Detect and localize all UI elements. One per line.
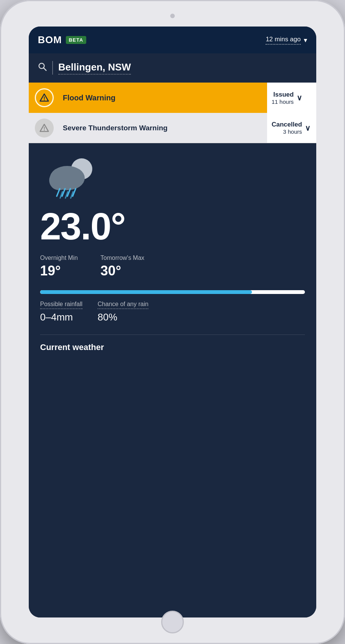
header-chevron-icon: ▾: [304, 36, 307, 44]
flood-icon-wrap: !: [29, 83, 60, 113]
flood-warning-icon-circle: !: [35, 88, 54, 107]
tomorrows-max-value: 30°: [101, 263, 145, 279]
section-divider: [40, 335, 305, 335]
flood-warning-banner[interactable]: ! Flood Warning Issued 11 hours ∨: [29, 83, 316, 113]
rainfall-bar-background: [40, 290, 305, 294]
tomorrows-max-label: Tomorrow's Max: [101, 255, 145, 261]
home-button[interactable]: [161, 611, 184, 633]
phone-screen: BOM BETA 12 mins ago ▾ Bellingen, NSW: [29, 27, 316, 617]
storm-status-text: Cancelled 3 hours: [272, 121, 302, 135]
flood-warning-label: Flood Warning: [60, 83, 267, 113]
overnight-min-value: 19°: [40, 263, 78, 279]
device-frame: BOM BETA 12 mins ago ▾ Bellingen, NSW: [0, 0, 345, 644]
beta-badge: BETA: [66, 36, 86, 44]
flood-warning-status[interactable]: Issued 11 hours ∨: [267, 83, 316, 113]
svg-point-10: [58, 167, 73, 182]
storm-status-title: Cancelled: [272, 121, 302, 128]
flood-status-text: Issued 11 hours: [272, 91, 294, 105]
chance-rain-label: Chance of any rain: [98, 301, 148, 309]
chance-rain-item: Chance of any rain 80%: [98, 301, 148, 323]
current-temperature: 23.0°: [40, 205, 305, 247]
rainfall-details: Possible rainfall 0–4mm Chance of any ra…: [40, 301, 305, 323]
location-text: Bellingen, NSW: [58, 61, 131, 75]
warnings-section: ! Flood Warning Issued 11 hours ∨: [29, 83, 316, 143]
storm-warning-label: Severe Thunderstorm Warning: [60, 113, 267, 143]
storm-status-subtitle: 3 hours: [272, 128, 302, 135]
rainfall-bar-fill: [40, 290, 252, 294]
storm-warning-banner[interactable]: ! Severe Thunderstorm Warning Cancelled …: [29, 113, 316, 143]
flood-status-title: Issued: [272, 91, 294, 98]
possible-rainfall-label: Possible rainfall: [40, 301, 82, 309]
storm-warning-status[interactable]: Cancelled 3 hours ∨: [267, 113, 316, 143]
header-branding: BOM BETA: [38, 34, 86, 46]
storm-icon-wrap: !: [29, 113, 60, 143]
possible-rainfall-value: 0–4mm: [40, 311, 82, 323]
temp-minmax-section: Overnight Min 19° Tomorrow's Max 30°: [40, 255, 305, 279]
tomorrows-max-item: Tomorrow's Max 30°: [101, 255, 145, 279]
app-header: BOM BETA 12 mins ago ▾: [29, 27, 316, 53]
storm-warning-icon-circle: !: [35, 119, 54, 138]
storm-chevron-icon: ∨: [305, 123, 311, 133]
svg-text:!: !: [44, 126, 45, 132]
overnight-min-label: Overnight Min: [40, 255, 78, 261]
rainfall-bar: [40, 290, 305, 294]
weather-icon-wrap: [40, 155, 305, 202]
search-bar[interactable]: Bellingen, NSW: [29, 53, 316, 83]
overnight-min-item: Overnight Min 19°: [40, 255, 78, 279]
flood-status-subtitle: 11 hours: [272, 98, 294, 105]
current-weather-label: Current weather: [40, 342, 305, 352]
chance-rain-value: 80%: [98, 311, 148, 323]
last-updated-text: 12 mins ago: [266, 36, 301, 45]
weather-content: 23.0° Overnight Min 19° Tomorrow's Max 3…: [29, 143, 316, 617]
svg-line-1: [44, 68, 47, 71]
header-update-time[interactable]: 12 mins ago ▾: [266, 36, 307, 45]
search-divider: [52, 61, 53, 75]
flood-chevron-icon: ∨: [297, 93, 302, 102]
bom-logo: BOM: [38, 34, 62, 46]
possible-rainfall-item: Possible rainfall 0–4mm: [40, 301, 82, 323]
front-camera: [170, 14, 175, 18]
search-icon: [38, 62, 47, 73]
svg-text:!: !: [44, 95, 45, 102]
